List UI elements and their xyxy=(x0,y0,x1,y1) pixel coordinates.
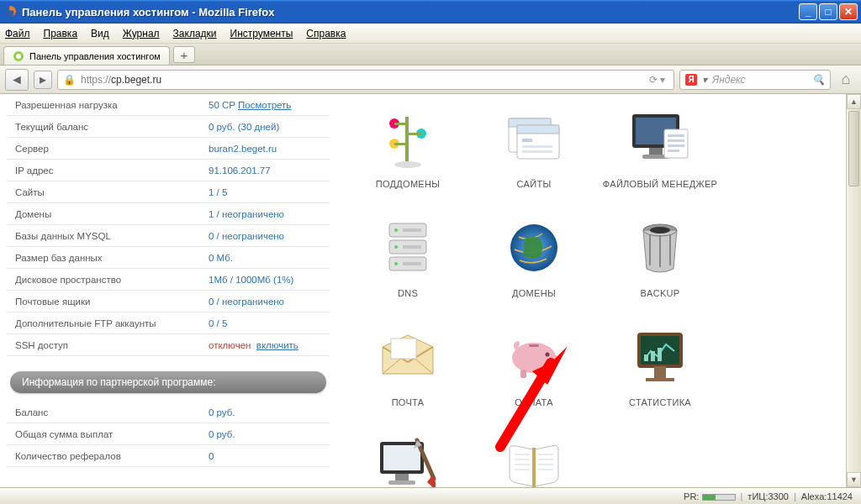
page-content: Разрешенная нагрузка50 CP Посмотреть Тек… xyxy=(0,94,861,487)
trash-icon xyxy=(637,220,683,276)
forward-button[interactable]: ▸ xyxy=(34,71,52,89)
firefox-icon xyxy=(3,5,17,18)
row-value: 0 руб. xyxy=(209,429,235,439)
row-label: Количество рефералов xyxy=(7,451,209,461)
notebook-icon xyxy=(504,441,563,488)
grid-stats[interactable]: СТАТИСТИКА xyxy=(597,321,723,430)
svg-rect-15 xyxy=(522,139,532,142)
grid-payment[interactable]: ОПЛАТА xyxy=(471,321,597,430)
menu-view[interactable]: Вид xyxy=(91,28,109,39)
ssh-enable-link[interactable]: включить xyxy=(256,340,298,350)
grid-label: ФАЙЛОВЫЙ МЕНЕДЖЕР xyxy=(603,179,717,189)
svg-point-42 xyxy=(546,352,550,356)
scroll-up-button[interactable]: ▲ xyxy=(847,94,861,109)
window-close-button[interactable]: ✕ xyxy=(839,3,858,20)
svg-rect-55 xyxy=(388,480,415,485)
tabbar: Панель управления хостингом + xyxy=(0,44,861,66)
svg-rect-33 xyxy=(403,228,421,232)
svg-rect-9 xyxy=(394,143,406,145)
refresh-button[interactable]: ⟳ ▾ xyxy=(649,74,665,86)
menu-bookmarks[interactable]: Закладки xyxy=(173,28,217,39)
piggy-icon xyxy=(504,333,564,381)
sites-icon xyxy=(504,113,564,164)
vertical-scrollbar[interactable]: ▲ ▼ xyxy=(846,94,861,487)
search-go-icon[interactable]: 🔍 xyxy=(812,74,825,86)
grid-sites[interactable]: САЙТЫ xyxy=(471,102,597,212)
row-value: 0 / неограничено xyxy=(209,297,284,307)
grid-cms[interactable]: CMS xyxy=(345,430,471,487)
chart-board-icon xyxy=(632,329,688,385)
menu-file[interactable]: Файл xyxy=(5,28,30,39)
grid-mail[interactable]: ПОЧТА xyxy=(345,321,471,430)
grid-label: САЙТЫ xyxy=(517,179,552,189)
svg-rect-47 xyxy=(644,354,648,361)
view-load-link[interactable]: Посмотреть xyxy=(238,100,291,110)
window-minimize-button[interactable]: _ xyxy=(799,3,817,20)
menu-edit[interactable]: Правка xyxy=(44,28,78,39)
globe-icon xyxy=(506,220,562,276)
svg-rect-16 xyxy=(522,145,552,148)
address-field[interactable]: 🔒 https://cp.beget.ru ⟳ ▾ xyxy=(57,70,674,90)
row-value: 1 / неограничено xyxy=(209,209,284,219)
row-label: Текущий баланс xyxy=(7,122,209,132)
tab-favicon xyxy=(13,50,24,62)
search-field[interactable]: Я ▾ Яндекс 🔍 xyxy=(679,70,831,90)
svg-point-30 xyxy=(394,228,398,232)
svg-rect-45 xyxy=(529,344,539,347)
svg-rect-53 xyxy=(383,445,420,470)
row-label: Дисковое пространство xyxy=(7,275,209,285)
row-label: Баланс xyxy=(7,407,209,417)
row-value: 50 CP Посмотреть xyxy=(209,100,291,110)
statusbar: PR: | тИЦ:3300 | Alexa:11424 xyxy=(0,487,861,504)
row-value[interactable]: buran2.beget.ru xyxy=(209,144,277,154)
grid-logs[interactable]: ЖУРНАЛЫ xyxy=(471,430,597,487)
row-label: Базы данных MYSQL xyxy=(7,231,209,241)
svg-rect-17 xyxy=(522,150,552,153)
scroll-thumb[interactable] xyxy=(848,111,859,186)
svg-point-2 xyxy=(16,54,21,59)
monitor-brush-icon xyxy=(375,437,441,488)
back-button[interactable]: ◄ xyxy=(5,69,29,91)
monitor-files-icon xyxy=(627,111,693,166)
url-host: cp.beget.ru xyxy=(111,74,161,86)
row-label: Почтовые ящики xyxy=(7,297,209,307)
tab-active[interactable]: Панель управления хостингом xyxy=(3,46,170,65)
grid-filemanager[interactable]: ФАЙЛОВЫЙ МЕНЕДЖЕР xyxy=(597,102,723,212)
svg-point-31 xyxy=(394,245,398,249)
server-rack-icon xyxy=(384,220,431,276)
grid-subdomains[interactable]: ПОДДОМЕНЫ xyxy=(345,102,471,212)
menu-help[interactable]: Справка xyxy=(306,28,346,39)
envelope-icon xyxy=(378,333,438,381)
svg-rect-22 xyxy=(664,129,688,158)
row-value: 0 / 5 xyxy=(209,318,227,328)
grid-domains[interactable]: ДОМЕНЫ xyxy=(471,212,597,321)
grid-dns[interactable]: DNS xyxy=(345,212,471,321)
account-sidebar: Разрешенная нагрузка50 CP Посмотреть Тек… xyxy=(0,94,336,487)
row-label: Домены xyxy=(7,209,209,219)
home-button[interactable]: ⌂ xyxy=(836,70,856,90)
grid-label: ДОМЕНЫ xyxy=(512,288,556,298)
tab-title: Панель управления хостингом xyxy=(29,51,161,61)
svg-rect-7 xyxy=(408,133,421,135)
svg-rect-25 xyxy=(668,144,684,147)
svg-rect-23 xyxy=(668,134,684,137)
svg-rect-43 xyxy=(520,370,526,378)
svg-point-10 xyxy=(394,161,421,168)
menu-tools[interactable]: Инструменты xyxy=(230,28,293,39)
row-value: 1 / 5 xyxy=(209,187,227,197)
row-label: IP адрес xyxy=(7,165,209,176)
row-label: Разрешенная нагрузка xyxy=(7,100,209,110)
urlbar: ◄ ▸ 🔒 https://cp.beget.ru ⟳ ▾ Я ▾ Яндекс… xyxy=(0,66,861,94)
svg-rect-56 xyxy=(532,448,536,488)
scroll-down-button[interactable]: ▼ xyxy=(847,472,861,487)
window-maximize-button[interactable]: □ xyxy=(819,3,837,20)
row-label: Общая сумма выплат xyxy=(7,429,209,439)
row-value: 0 / неограничено xyxy=(209,231,284,241)
grid-label: BACKUP xyxy=(640,288,679,298)
url-scheme: https:// xyxy=(81,74,111,86)
grid-backup[interactable]: BACKUP xyxy=(597,212,723,321)
search-placeholder: Яндекс xyxy=(712,74,746,86)
status-tic: тИЦ:3300 xyxy=(747,491,789,501)
new-tab-button[interactable]: + xyxy=(173,46,195,63)
menu-history[interactable]: Журнал xyxy=(123,28,160,39)
